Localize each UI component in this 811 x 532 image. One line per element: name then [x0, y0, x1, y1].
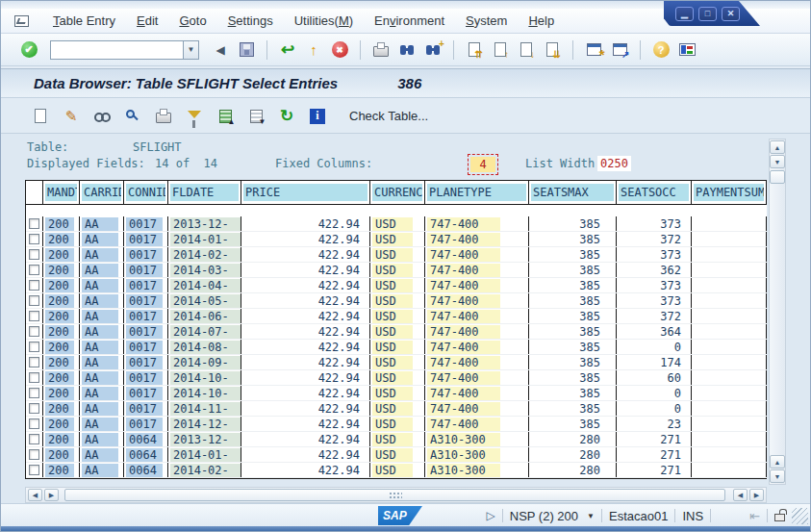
last-page-icon[interactable] — [542, 38, 563, 62]
menu-item-settings[interactable]: Settings — [217, 11, 284, 31]
row-checkbox[interactable] — [29, 388, 39, 398]
cancel-icon[interactable]: ✖ — [329, 38, 350, 62]
exit-icon[interactable]: ↑ — [303, 38, 324, 62]
table-row[interactable]: 200AA00172014-07-09422.94USD747-40038536… — [26, 324, 767, 340]
list-width-field[interactable]: 0250 — [597, 156, 631, 171]
close-button[interactable]: ✕ — [722, 7, 740, 21]
row-checkbox[interactable] — [29, 342, 39, 352]
filter-icon[interactable] — [184, 105, 205, 128]
shortcut-icon[interactable] — [609, 38, 630, 62]
table-row[interactable]: 200AA00642013-12-27422.94USDA310-3002802… — [26, 432, 767, 447]
menu-item-goto[interactable]: Goto — [168, 11, 216, 31]
page-down-icon[interactable] — [516, 38, 537, 62]
status-insert-mode[interactable]: INS — [682, 509, 703, 523]
page-up-icon[interactable] — [490, 38, 511, 62]
column-header-price[interactable]: PRICE — [241, 181, 370, 204]
row-checkbox[interactable] — [29, 249, 39, 260]
scroll-right-icon[interactable]: ▶ — [44, 489, 59, 501]
row-checkbox[interactable] — [29, 449, 39, 460]
scroll-left-icon[interactable]: ◀ — [28, 489, 42, 501]
table-row[interactable]: 200AA00172014-12-24422.94USD747-40038523 — [26, 417, 767, 432]
row-checkbox[interactable] — [29, 326, 39, 337]
row-checkbox[interactable] — [29, 357, 39, 367]
horizontal-scrollbar[interactable]: ◀ ▶ ◀ ▶ — [25, 487, 767, 503]
row-checkbox[interactable] — [29, 311, 39, 321]
column-header-seatsmax[interactable]: SEATSMAX — [529, 181, 617, 204]
system-menu-icon[interactable] — [14, 15, 29, 27]
scroll-up-bottom-icon[interactable]: ▲ — [770, 455, 785, 469]
vertical-scroll-thumb[interactable] — [770, 170, 785, 184]
fixed-columns-field[interactable]: 4 — [470, 157, 495, 172]
table-row[interactable]: 200AA00642014-02-21422.94USDA310-3002802… — [26, 463, 767, 478]
vertical-scrollbar[interactable]: ▲ ▼ ▲ ▼ — [769, 139, 786, 485]
row-checkbox[interactable] — [29, 434, 39, 444]
table-row[interactable]: 200AA00172014-03-19422.94USD747-40038536… — [26, 263, 767, 278]
row-checkbox[interactable] — [29, 218, 39, 229]
find-next-icon[interactable] — [422, 38, 444, 62]
first-page-icon[interactable] — [464, 38, 485, 62]
column-header-carrid[interactable]: CARRID — [80, 181, 124, 204]
horizontal-scroll-thumb[interactable] — [64, 489, 725, 501]
edit-pencil-icon[interactable]: ✎ — [61, 105, 82, 128]
table-row[interactable]: 200AA00172014-02-19422.94USD747-40038537… — [26, 247, 767, 263]
command-field-dropdown-icon[interactable]: ▼ — [183, 40, 199, 60]
help-icon[interactable]: ? — [650, 38, 672, 62]
column-header-seatsocc[interactable]: SEATSOCC — [617, 181, 692, 204]
display-glasses-icon[interactable] — [91, 105, 113, 128]
row-checkbox[interactable] — [29, 234, 39, 244]
menu-item-table-entry[interactable]: Table Entry — [42, 11, 126, 31]
row-checkbox[interactable] — [29, 372, 39, 383]
back-icon[interactable]: ↩ — [277, 38, 298, 62]
check-table-button[interactable]: Check Table... — [342, 107, 436, 125]
command-field-input[interactable] — [50, 40, 183, 60]
table-row[interactable]: 200AA00642014-01-24422.94USDA310-3002802… — [26, 447, 767, 463]
save-icon[interactable] — [236, 38, 257, 62]
maximize-button[interactable]: □ — [698, 7, 717, 21]
collapse-icon[interactable]: ◀ — [210, 38, 231, 62]
scroll-down-icon[interactable]: ▼ — [770, 155, 785, 168]
status-system[interactable]: NSP (2) 200 — [510, 509, 578, 523]
column-header-paymentsum[interactable]: PAYMENTSUM — [692, 181, 767, 204]
table-row[interactable]: 200AA00172014-08-06422.94USD747-4003850 — [26, 340, 767, 355]
new-session-icon[interactable] — [583, 38, 604, 62]
print-list-icon[interactable] — [153, 105, 174, 128]
column-header-connid[interactable]: CONNID — [124, 181, 168, 204]
table-row[interactable]: 200AA00172014-05-14422.94USD747-40038537… — [26, 293, 767, 309]
info-icon[interactable]: i — [307, 105, 328, 128]
sort-descending-icon[interactable] — [245, 105, 266, 128]
detail-magnifier-icon[interactable] — [122, 105, 143, 128]
row-checkbox[interactable] — [29, 265, 39, 275]
enter-icon[interactable]: ✔ — [18, 38, 39, 62]
row-checkbox[interactable] — [29, 465, 39, 475]
minimize-button[interactable]: ▁ — [675, 7, 694, 21]
scroll-down-bottom-icon[interactable]: ▼ — [770, 469, 785, 483]
refresh-icon[interactable]: ↻ — [276, 105, 297, 128]
table-row[interactable]: 200AA00172014-01-22422.94USD747-40038537… — [26, 232, 767, 247]
row-checkbox[interactable] — [29, 295, 39, 306]
table-row[interactable]: 200AA00172014-09-03422.94USD747-40038517… — [26, 355, 767, 370]
row-checkbox[interactable] — [29, 403, 39, 414]
menu-item-environment[interactable]: Environment — [364, 11, 455, 31]
row-checkbox[interactable] — [29, 418, 39, 429]
column-header-mandt[interactable]: MANDT — [43, 181, 80, 204]
row-checkbox[interactable] — [29, 280, 39, 291]
menu-item-help[interactable]: Help — [518, 11, 565, 31]
table-row[interactable]: 200AA00172014-11-26422.94USD747-4003850 — [26, 401, 767, 417]
scroll-up-icon[interactable]: ▲ — [770, 140, 785, 154]
resize-grip[interactable] — [792, 508, 808, 524]
scroll-right-right-icon[interactable]: ▶ — [749, 489, 764, 501]
table-row[interactable]: 200AA00172014-06-11422.94USD747-40038537… — [26, 309, 767, 324]
scroll-left-right-icon[interactable]: ◀ — [733, 489, 748, 501]
column-header-planetype[interactable]: PLANETYPE — [425, 181, 529, 204]
sort-ascending-icon[interactable] — [215, 105, 236, 128]
table-row[interactable]: 200AA00172014-10-29422.94USD747-4003850 — [26, 386, 767, 401]
customize-icon[interactable] — [676, 38, 697, 62]
menu-item-utilities-m[interactable]: Utilities(M) — [284, 11, 364, 31]
table-row[interactable]: 200AA00172014-10-01422.94USD747-40038560 — [26, 370, 767, 386]
status-expand-icon[interactable]: ▷ — [487, 509, 495, 522]
table-row[interactable]: 200AA00172014-04-16422.94USD747-40038537… — [26, 278, 767, 293]
column-header-fldate[interactable]: FLDATE — [168, 181, 241, 204]
status-system-dropdown-icon[interactable]: ▼ — [587, 512, 595, 520]
menu-item-system[interactable]: System — [455, 11, 518, 31]
create-icon[interactable] — [30, 105, 51, 128]
